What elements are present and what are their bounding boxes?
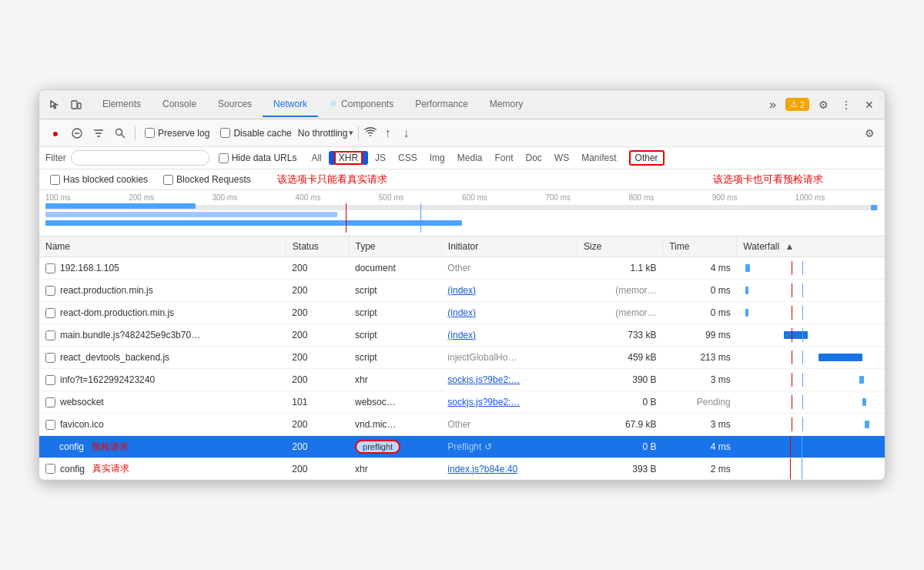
col-type[interactable]: Type [349,236,441,257]
table-row[interactable]: info?t=1622992423240200xhrsockjs.js?9be2… [39,369,885,391]
row-checkbox[interactable] [45,286,55,296]
table-row[interactable]: websocket101websoc…sockjs.js?9be2:…0 BPe… [39,391,885,414]
cell-initiator: sockjs.js?9be2:… [441,369,577,391]
upload-button[interactable]: ↑ [379,125,396,142]
more-options-button[interactable]: ⋮ [837,96,855,114]
network-settings-button[interactable]: ⚙ [860,124,879,142]
cell-name: config真实请求 [39,458,286,480]
tab-performance[interactable]: Performance [404,92,479,117]
cell-initiator: injectGlobalHo… [441,347,577,369]
toolbar-separator-2 [358,126,359,140]
stop-button[interactable] [67,123,87,143]
row-checkbox[interactable] [45,464,55,474]
wifi-icon [363,126,377,139]
cursor-icon[interactable] [45,96,64,114]
table-row[interactable]: favicon.ico200vnd.mic…Other67.9 kB3 ms [39,414,885,436]
filter-manifest-btn[interactable]: Manifest [576,151,621,165]
more-tabs-button[interactable]: » [765,95,781,115]
col-status[interactable]: Status [286,236,349,257]
preserve-log-checkbox[interactable] [145,128,155,138]
filter-button[interactable] [89,123,109,143]
blocked-requests-checkbox[interactable] [163,175,173,185]
preserve-log-label[interactable]: Preserve log [145,128,209,139]
cell-size: 390 B [578,369,663,391]
cell-name: react.production.min.js [39,280,286,302]
row-checkbox[interactable] [45,263,55,273]
filter-input[interactable] [71,150,209,166]
filter-doc-btn[interactable]: Doc [521,151,547,165]
table-row[interactable]: react_devtools_backend.js200scriptinject… [39,347,885,369]
annotation-xhr-only: 该选项卡只能看真实请求 [277,173,387,186]
tabs-bar: Elements Console Sources Network ⚛ Compo… [39,90,885,119]
devtools-window: Elements Console Sources Network ⚛ Compo… [38,89,886,481]
blocked-requests-label[interactable]: Blocked Requests [163,174,251,185]
has-blocked-cookies-label[interactable]: Has blocked cookies [50,174,148,185]
tick-600: 600 ms [462,193,545,202]
cell-initiator: (index) [441,302,577,324]
row-checkbox[interactable] [45,397,55,407]
table-row[interactable]: main.bundle.js?482425e9c3b70…200script(i… [39,324,885,347]
filter-ws-btn[interactable]: WS [549,151,574,165]
table-row[interactable]: config预检请求200preflightPreflight ↺0 B4 ms [39,436,885,458]
cell-time: 4 ms [663,436,737,458]
cell-size: (memor… [578,280,663,302]
cell-name: info?t=1622992423240 [39,369,286,391]
table-row[interactable]: react.production.min.js200script(index)(… [39,280,885,302]
settings-button[interactable]: ⚙ [814,96,832,114]
filter-other-btn[interactable]: Other [624,151,670,165]
filter-all-btn[interactable]: All [306,151,326,165]
tab-memory[interactable]: Memory [479,92,534,117]
download-button[interactable]: ↓ [397,125,414,142]
cell-waterfall [737,280,885,302]
record-button[interactable]: ● [45,123,65,143]
tick-200: 200 ms [129,193,212,202]
hide-data-urls-label[interactable]: Hide data URLs [219,153,297,163]
cell-type: vnd.mic… [349,414,441,436]
tab-console[interactable]: Console [152,92,207,117]
col-waterfall[interactable]: Waterfall ▲ [737,236,885,257]
close-button[interactable]: ✕ [860,96,879,114]
row-checkbox[interactable] [45,353,55,363]
tick-900: 900 ms [712,193,795,202]
cell-initiator: Other [441,414,577,436]
disable-cache-checkbox[interactable] [220,128,230,138]
device-icon[interactable] [67,96,85,114]
search-button[interactable] [110,123,130,143]
table-row[interactable]: 192.168.1.105200documentOther1.1 kB4 ms [39,257,885,280]
row-indicator [45,442,55,451]
col-time[interactable]: Time [663,236,737,257]
row-checkbox[interactable] [45,330,55,340]
row-checkbox[interactable] [45,375,55,385]
row-checkbox[interactable] [45,420,55,430]
cell-waterfall [737,257,885,280]
tab-sources[interactable]: Sources [207,92,263,117]
filter-label: Filter [45,153,66,163]
row-checkbox[interactable] [45,308,55,318]
table-row[interactable]: config真实请求200xhrindex.js?b84e:40393 B2 m… [39,458,885,480]
cell-size: 459 kB [578,347,663,369]
has-blocked-cookies-checkbox[interactable] [50,175,60,185]
disable-cache-label[interactable]: Disable cache [220,128,291,139]
tick-400: 400 ms [296,193,379,202]
filter-img-btn[interactable]: Img [424,151,450,165]
cell-waterfall [737,347,885,369]
cell-initiator: (index) [441,280,577,302]
filter-media-btn[interactable]: Media [452,151,488,165]
filter-xhr-btn[interactable]: XHR [329,151,368,165]
tick-1000: 1000 ms [795,193,879,202]
warning-badge[interactable]: ⚠ 2 [785,98,809,111]
filter-font-btn[interactable]: Font [489,151,518,165]
tab-network[interactable]: Network [263,92,318,117]
hide-data-urls-checkbox[interactable] [219,153,229,163]
col-name[interactable]: Name [39,236,286,257]
col-initiator[interactable]: Initiator [441,236,577,257]
tab-elements[interactable]: Elements [92,92,152,117]
col-size[interactable]: Size [578,236,663,257]
annotation-other-also: 该选项卡也可看预检请求 [713,173,823,186]
filter-css-btn[interactable]: CSS [393,151,423,165]
filter-js-btn[interactable]: JS [370,151,391,165]
table-row[interactable]: react-dom.production.min.js200script(ind… [39,302,885,324]
tab-icon-group [45,96,85,114]
row-annotation: 预检请求 [92,441,129,454]
tab-components[interactable]: ⚛ Components [318,92,404,117]
